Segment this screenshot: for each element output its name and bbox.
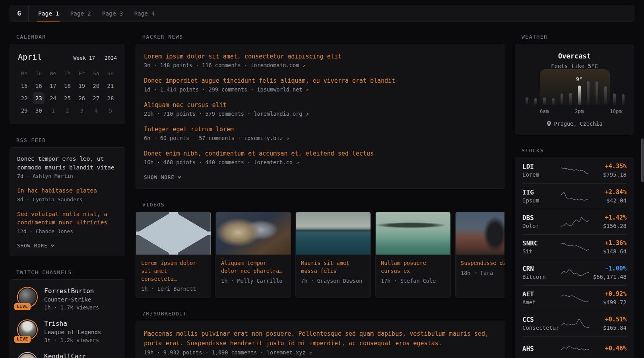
stock-identity: LDILorem: [522, 162, 561, 179]
stock-name: Sit: [522, 247, 561, 255]
weather-bar: [569, 93, 572, 105]
calendar-weekday: We: [50, 70, 56, 78]
stock-row-ldi[interactable]: LDILorem+4.35%$795.18: [522, 158, 627, 183]
canoe-lake-thumbnail: [376, 212, 450, 255]
stock-price: $156.28: [590, 222, 627, 230]
calendar-day: 5: [105, 105, 116, 117]
hackernews-show-more-button[interactable]: SHOW MORE: [144, 173, 182, 180]
hackernews-item: Donec imperdiet augue tincidunt felis al…: [144, 76, 496, 94]
video-card-row: Lorem ipsum dolor sit amet consectetu…1h…: [136, 212, 504, 298]
weather-hour-label: [522, 108, 531, 114]
camera-hands-thumbnail: [216, 212, 291, 255]
stock-price: $66,171.48: [590, 273, 627, 281]
stock-values: +2.84%$42.04: [590, 188, 627, 204]
stock-row-ccs[interactable]: CCSConsectetur+0.51%$165.84: [522, 311, 627, 336]
rss-item-title[interactable]: In hac habitasse platea: [17, 187, 118, 195]
hackernews-item-title[interactable]: Integer eget rutrum lorem: [144, 125, 496, 134]
stock-sparkline: [561, 241, 590, 253]
twitch-channel-game: League of Legends: [44, 328, 101, 336]
stock-sparkline: [561, 267, 590, 278]
nav-tab-page-3[interactable]: Page 3: [97, 5, 128, 21]
stock-ticker: SNRC: [522, 239, 561, 247]
rss-item-title[interactable]: Donec tempor eros leo, ut commodo mauris…: [17, 155, 118, 172]
stock-values: +0.51%$165.84: [590, 315, 627, 332]
calendar-day-grid: 1516171819202122232425262728293012345: [17, 80, 118, 117]
nav-tab-page-1[interactable]: Page 1: [33, 5, 64, 21]
stock-values: +0.46%: [590, 344, 627, 353]
subreddit-section: /R/SUBREDDIT Maecenas mollis pulvinar er…: [136, 311, 504, 358]
hackernews-item-title[interactable]: Lorem ipsum dolor sit amet, consectetur …: [144, 52, 496, 61]
calendar-section: CALENDAR April Week 17 · 2024 MoTuWeThFr…: [10, 34, 125, 124]
scrollbar-thumb[interactable]: [641, 138, 644, 182]
video-card[interactable]: Suspendisse diam18h · Tara: [455, 212, 504, 298]
twitch-channel-name[interactable]: KendallCarr: [44, 352, 86, 358]
stock-row-snrc[interactable]: SNRCSit+1.36%$148.64: [522, 234, 627, 260]
rss-section: RSS FEED Donec tempor eros leo, ut commo…: [10, 137, 125, 256]
stock-values: +4.35%$795.18: [590, 162, 627, 179]
video-title[interactable]: Suspendisse diam: [456, 255, 504, 267]
rss-item-meta: 12d · Chance Jones: [17, 227, 118, 235]
video-card[interactable]: Aliquam tempor dolor nec pharetra…1h · M…: [215, 212, 291, 298]
calendar-day: 18: [61, 80, 73, 92]
twitch-channel-info: KendallCarr: [44, 352, 86, 358]
app-logo[interactable]: G: [10, 5, 29, 21]
stock-row-dbs[interactable]: DBSDolor+1.42%$156.28: [522, 209, 627, 234]
nav-tab-page-2[interactable]: Page 2: [64, 5, 96, 21]
video-title[interactable]: Nullam posuere cursus ex: [376, 255, 450, 275]
stock-change: +2.84%: [590, 188, 627, 197]
stock-row-crn[interactable]: CRNBitcorn-1.00%$66,171.48: [522, 260, 627, 285]
hackernews-item-title[interactable]: Donec enim nibh, condimentum et accumsan…: [144, 149, 496, 158]
weather-location: Prague, Czechia: [554, 121, 603, 127]
stock-values: -1.00%$66,171.48: [590, 265, 627, 281]
stock-sparkline: [561, 165, 590, 177]
subreddit-post-domain-link[interactable]: loremnet.xyz ↗: [267, 349, 312, 356]
twitch-channel-row[interactable]: LIVEForrestBurtonCounter-Strike1h · 1.7k…: [17, 287, 118, 311]
hackernews-item-domain-link[interactable]: loremlandia.org ↗: [254, 111, 308, 117]
weather-condition: Overcast: [522, 52, 627, 60]
rss-show-more-button[interactable]: SHOW MORE: [17, 242, 55, 249]
hackernews-item-domain-link[interactable]: ipsumworld.net ↗: [257, 86, 308, 93]
video-title[interactable]: Aliquam tempor dolor nec pharetra…: [216, 255, 291, 275]
stock-sparkline: [561, 216, 590, 228]
video-title[interactable]: Lorem ipsum dolor sit amet consectetu…: [136, 255, 211, 283]
stock-price: $499.72: [590, 298, 627, 306]
video-card[interactable]: Nullam posuere cursus ex17h · Stefan Col…: [375, 212, 451, 298]
dashboard-grid: CALENDAR April Week 17 · 2024 MoTuWeThFr…: [10, 34, 634, 358]
stock-identity: IIGIpsum: [522, 188, 561, 204]
subreddit-post-title[interactable]: Maecenas mollis pulvinar erat non posuer…: [144, 329, 496, 348]
twitch-channel-row[interactable]: KendallCarr: [17, 352, 118, 358]
weather-hour-labels: 6am 2pm 10pm: [522, 108, 627, 114]
hackernews-section: HACKER NEWS Lorem ipsum dolor sit amet, …: [136, 34, 504, 189]
twitch-channel-name[interactable]: ForrestBurton: [44, 287, 99, 296]
avatar-kendallcarr[interactable]: [17, 352, 38, 358]
calendar-day: 17: [47, 80, 59, 92]
twitch-channel-name[interactable]: Trisha: [44, 319, 101, 328]
twitch-channel-row[interactable]: LIVETrishaLeague of Legends3h · 1.2k vie…: [17, 319, 118, 344]
hackernews-item-domain-link[interactable]: loremdomain.com ↗: [250, 62, 305, 68]
hackernews-item-domain-link[interactable]: ipsumify.biz ↗: [244, 135, 289, 141]
calendar-day: 20: [90, 80, 102, 92]
stock-ticker: AET: [522, 290, 561, 298]
stock-sparkline: [561, 292, 590, 304]
stock-row-iig[interactable]: IIGIpsum+2.84%$42.04: [522, 183, 627, 209]
nav-tab-page-4[interactable]: Page 4: [128, 5, 160, 21]
sparkline-chart: [561, 317, 590, 329]
video-card[interactable]: Mauris sit amet massa felis7h · Grayson …: [295, 212, 371, 298]
weather-location-row: Prague, Czechia: [522, 121, 627, 127]
sparkline-chart: [561, 216, 590, 228]
rss-item-title[interactable]: Sed volutpat nulla nisl, a condimentum n…: [17, 210, 118, 227]
stock-row-ahs[interactable]: AHS+0.46%: [522, 336, 627, 358]
hackernews-item-title[interactable]: Aliquam nec cursus elit: [144, 101, 496, 109]
video-title[interactable]: Mauris sit amet massa felis: [296, 255, 370, 275]
external-link-icon: ↗: [286, 135, 289, 141]
stocks-widget: LDILorem+4.35%$795.18IIGIpsum+2.84%$42.0…: [515, 158, 634, 358]
weather-bar-slot: [610, 81, 619, 105]
video-meta: 1h · Molly Carrillo: [216, 275, 291, 289]
hackernews-item-title[interactable]: Donec imperdiet augue tincidunt felis al…: [144, 76, 496, 85]
stock-row-aet[interactable]: AETAmet+0.92%$499.72: [522, 285, 627, 311]
video-card[interactable]: Lorem ipsum dolor sit amet consectetu…1h…: [136, 212, 211, 298]
weather-bar: [561, 93, 563, 105]
hackernews-item-domain-link[interactable]: loremtech.co ↗: [254, 159, 299, 165]
hackernews-item: Donec enim nibh, condimentum et accumsan…: [144, 149, 496, 167]
stock-values: +1.42%$156.28: [590, 214, 627, 230]
